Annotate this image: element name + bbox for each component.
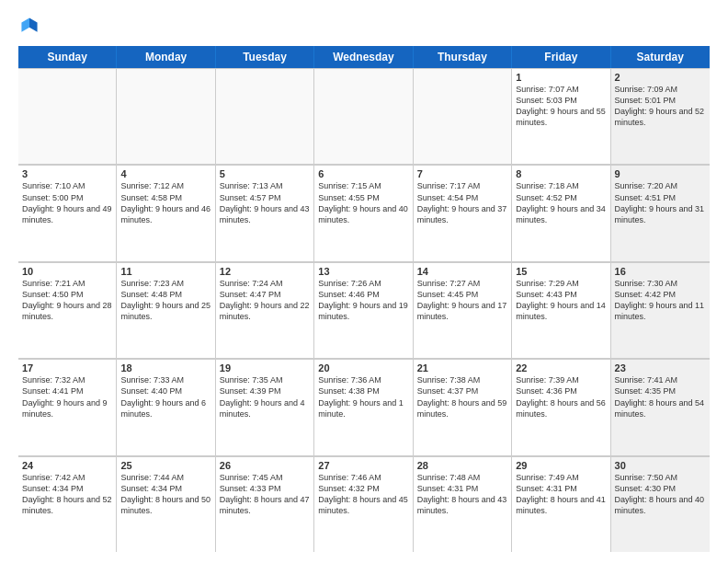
calendar-row: 1Sunrise: 7:07 AM Sunset: 5:03 PM Daylig… (18, 68, 710, 165)
cell-info: Sunrise: 7:21 AM Sunset: 4:50 PM Dayligh… (22, 278, 112, 323)
day-number: 27 (318, 460, 408, 471)
day-number: 1 (516, 72, 606, 83)
cell-info: Sunrise: 7:15 AM Sunset: 4:55 PM Dayligh… (318, 180, 408, 225)
day-number: 5 (220, 168, 310, 179)
day-header-wednesday: Wednesday (314, 46, 413, 68)
cell-info: Sunrise: 7:20 AM Sunset: 4:51 PM Dayligh… (615, 180, 706, 225)
calendar-cell: 21Sunrise: 7:38 AM Sunset: 4:37 PM Dayli… (414, 359, 512, 454)
day-number: 23 (615, 362, 706, 373)
cell-info: Sunrise: 7:29 AM Sunset: 4:43 PM Dayligh… (516, 278, 606, 323)
cell-info: Sunrise: 7:33 AM Sunset: 4:40 PM Dayligh… (120, 374, 210, 419)
cell-info: Sunrise: 7:13 AM Sunset: 4:57 PM Dayligh… (220, 180, 310, 225)
calendar-cell: 16Sunrise: 7:30 AM Sunset: 4:42 PM Dayli… (611, 262, 710, 358)
cell-info: Sunrise: 7:30 AM Sunset: 4:42 PM Dayligh… (615, 278, 706, 323)
cell-info: Sunrise: 7:09 AM Sunset: 5:01 PM Dayligh… (615, 84, 706, 129)
day-number: 28 (417, 460, 507, 471)
cell-info: Sunrise: 7:07 AM Sunset: 5:03 PM Dayligh… (516, 84, 606, 129)
calendar-cell: 23Sunrise: 7:41 AM Sunset: 4:35 PM Dayli… (611, 359, 710, 454)
calendar-row: 10Sunrise: 7:21 AM Sunset: 4:50 PM Dayli… (18, 262, 710, 359)
calendar-cell: 10Sunrise: 7:21 AM Sunset: 4:50 PM Dayli… (18, 262, 117, 358)
day-number: 21 (417, 362, 507, 373)
cell-info: Sunrise: 7:10 AM Sunset: 5:00 PM Dayligh… (22, 180, 112, 225)
day-number: 25 (120, 460, 210, 471)
calendar-cell: 20Sunrise: 7:36 AM Sunset: 4:38 PM Dayli… (314, 359, 413, 454)
cell-info: Sunrise: 7:17 AM Sunset: 4:54 PM Dayligh… (417, 180, 507, 225)
day-number: 9 (615, 168, 706, 179)
day-number: 3 (22, 168, 112, 179)
calendar-body: 1Sunrise: 7:07 AM Sunset: 5:03 PM Daylig… (18, 68, 710, 552)
day-number: 30 (615, 460, 706, 471)
cell-info: Sunrise: 7:44 AM Sunset: 4:34 PM Dayligh… (120, 472, 210, 517)
calendar-cell (18, 68, 117, 164)
calendar-cell (314, 68, 413, 164)
calendar-cell: 1Sunrise: 7:07 AM Sunset: 5:03 PM Daylig… (512, 68, 610, 164)
calendar-cell: 15Sunrise: 7:29 AM Sunset: 4:43 PM Dayli… (512, 262, 610, 358)
cell-info: Sunrise: 7:24 AM Sunset: 4:47 PM Dayligh… (220, 278, 310, 323)
day-number: 13 (318, 266, 408, 277)
calendar-cell: 19Sunrise: 7:35 AM Sunset: 4:39 PM Dayli… (216, 359, 314, 454)
cell-info: Sunrise: 7:38 AM Sunset: 4:37 PM Dayligh… (417, 374, 507, 419)
calendar-cell (414, 68, 512, 164)
calendar-cell: 27Sunrise: 7:46 AM Sunset: 4:32 PM Dayli… (314, 456, 413, 552)
cell-info: Sunrise: 7:41 AM Sunset: 4:35 PM Dayligh… (615, 374, 706, 419)
day-header-tuesday: Tuesday (216, 46, 314, 68)
day-number: 16 (615, 266, 706, 277)
cell-info: Sunrise: 7:26 AM Sunset: 4:46 PM Dayligh… (318, 278, 408, 323)
day-header-thursday: Thursday (414, 46, 512, 68)
day-number: 17 (22, 362, 112, 373)
svg-marker-0 (29, 17, 38, 31)
logo (18, 15, 44, 37)
calendar-cell: 5Sunrise: 7:13 AM Sunset: 4:57 PM Daylig… (216, 165, 314, 260)
day-number: 19 (220, 362, 310, 373)
day-number: 26 (220, 460, 310, 471)
cell-info: Sunrise: 7:49 AM Sunset: 4:31 PM Dayligh… (516, 472, 606, 517)
day-number: 10 (22, 266, 112, 277)
calendar-cell: 22Sunrise: 7:39 AM Sunset: 4:36 PM Dayli… (512, 359, 610, 454)
cell-info: Sunrise: 7:45 AM Sunset: 4:33 PM Dayligh… (220, 472, 310, 517)
logo-icon (18, 15, 40, 37)
calendar-cell: 30Sunrise: 7:50 AM Sunset: 4:30 PM Dayli… (611, 456, 710, 552)
day-header-saturday: Saturday (611, 46, 710, 68)
calendar-row: 3Sunrise: 7:10 AM Sunset: 5:00 PM Daylig… (18, 165, 710, 261)
calendar-cell: 25Sunrise: 7:44 AM Sunset: 4:34 PM Dayli… (117, 456, 215, 552)
day-number: 22 (516, 362, 606, 373)
calendar-cell: 4Sunrise: 7:12 AM Sunset: 4:58 PM Daylig… (117, 165, 215, 260)
cell-info: Sunrise: 7:35 AM Sunset: 4:39 PM Dayligh… (220, 374, 310, 419)
day-number: 12 (220, 266, 310, 277)
calendar-cell (216, 68, 314, 164)
svg-marker-1 (21, 17, 29, 31)
day-number: 18 (120, 362, 210, 373)
cell-info: Sunrise: 7:36 AM Sunset: 4:38 PM Dayligh… (318, 374, 408, 419)
calendar-cell: 9Sunrise: 7:20 AM Sunset: 4:51 PM Daylig… (611, 165, 710, 260)
calendar-cell: 6Sunrise: 7:15 AM Sunset: 4:55 PM Daylig… (314, 165, 413, 260)
calendar-cell: 12Sunrise: 7:24 AM Sunset: 4:47 PM Dayli… (216, 262, 314, 358)
day-number: 20 (318, 362, 408, 373)
day-number: 29 (516, 460, 606, 471)
calendar-cell: 8Sunrise: 7:18 AM Sunset: 4:52 PM Daylig… (512, 165, 610, 260)
day-header-monday: Monday (117, 46, 215, 68)
calendar-cell: 24Sunrise: 7:42 AM Sunset: 4:34 PM Dayli… (18, 456, 117, 552)
calendar-cell: 26Sunrise: 7:45 AM Sunset: 4:33 PM Dayli… (216, 456, 314, 552)
day-number: 15 (516, 266, 606, 277)
day-number: 2 (615, 72, 706, 83)
cell-info: Sunrise: 7:50 AM Sunset: 4:30 PM Dayligh… (615, 472, 706, 517)
cell-info: Sunrise: 7:18 AM Sunset: 4:52 PM Dayligh… (516, 180, 606, 225)
calendar-cell (117, 68, 215, 164)
day-number: 24 (22, 460, 112, 471)
cell-info: Sunrise: 7:12 AM Sunset: 4:58 PM Dayligh… (120, 180, 210, 225)
cell-info: Sunrise: 7:23 AM Sunset: 4:48 PM Dayligh… (120, 278, 210, 323)
page: SundayMondayTuesdayWednesdayThursdayFrid… (0, 0, 728, 563)
day-number: 8 (516, 168, 606, 179)
cell-info: Sunrise: 7:46 AM Sunset: 4:32 PM Dayligh… (318, 472, 408, 517)
day-number: 7 (417, 168, 507, 179)
header (18, 15, 710, 37)
calendar-cell: 13Sunrise: 7:26 AM Sunset: 4:46 PM Dayli… (314, 262, 413, 358)
day-number: 14 (417, 266, 507, 277)
calendar: SundayMondayTuesdayWednesdayThursdayFrid… (18, 46, 710, 552)
calendar-cell: 7Sunrise: 7:17 AM Sunset: 4:54 PM Daylig… (414, 165, 512, 260)
cell-info: Sunrise: 7:32 AM Sunset: 4:41 PM Dayligh… (22, 374, 112, 419)
calendar-cell: 18Sunrise: 7:33 AM Sunset: 4:40 PM Dayli… (117, 359, 215, 454)
calendar-cell: 17Sunrise: 7:32 AM Sunset: 4:41 PM Dayli… (18, 359, 117, 454)
cell-info: Sunrise: 7:42 AM Sunset: 4:34 PM Dayligh… (22, 472, 112, 517)
cell-info: Sunrise: 7:27 AM Sunset: 4:45 PM Dayligh… (417, 278, 507, 323)
